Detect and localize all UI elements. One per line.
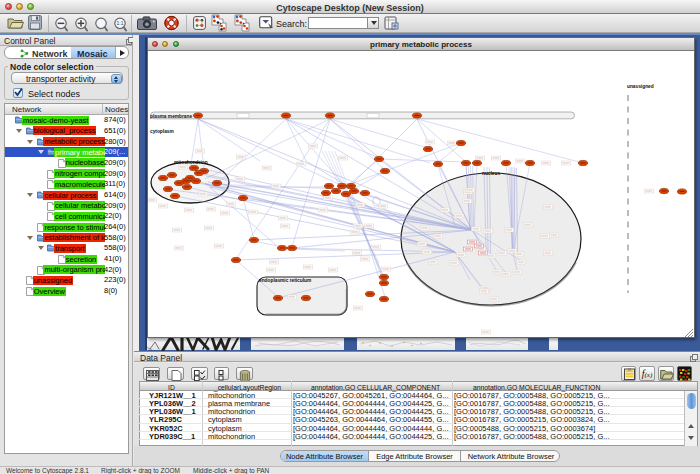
- svg-text:unassigned: unassigned: [627, 84, 654, 89]
- svg-text:endoplasmic reticulum: endoplasmic reticulum: [259, 278, 311, 283]
- svg-text:mitochondrion: mitochondrion: [174, 160, 208, 165]
- svg-text:nucleus: nucleus: [482, 171, 500, 176]
- svg-text:cytoplasm: cytoplasm: [150, 129, 174, 134]
- svg-text:plasma membrane: plasma membrane: [150, 114, 192, 119]
